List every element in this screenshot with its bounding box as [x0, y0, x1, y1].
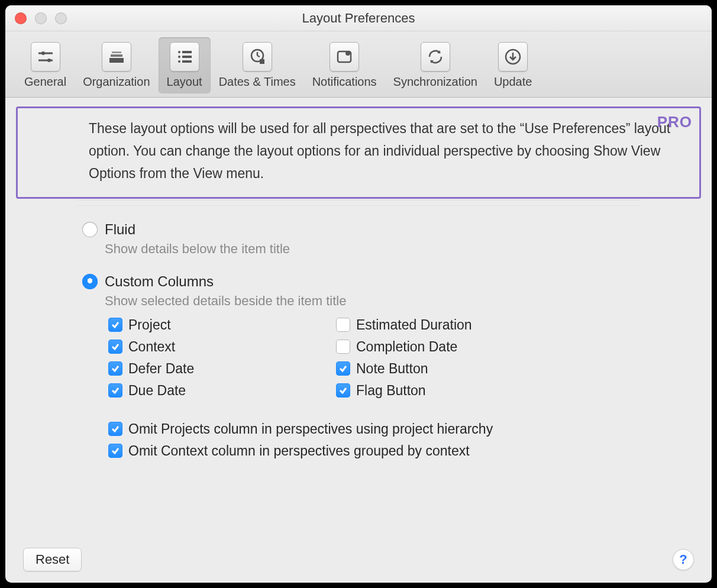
checkbox-icon: [336, 340, 350, 354]
checkbox-defer-date[interactable]: Defer Date: [108, 361, 330, 377]
reset-button[interactable]: Reset: [23, 548, 82, 571]
omit-checkboxes: Omit Projects column in perspectives usi…: [108, 421, 688, 459]
checkbox-project[interactable]: Project: [108, 317, 330, 333]
radio-icon: [82, 274, 98, 289]
zoom-icon[interactable]: [55, 12, 67, 24]
svg-point-3: [47, 59, 51, 62]
radio-desc: Show selected details beside the item ti…: [105, 293, 688, 309]
checkbox-icon: [336, 361, 350, 376]
minimize-icon[interactable]: [35, 12, 47, 24]
tab-label: Synchronization: [393, 75, 477, 89]
divider: [76, 200, 641, 206]
checkbox-label: Flag Button: [356, 383, 426, 399]
download-icon: [498, 42, 528, 72]
checkbox-label: Estimated Duration: [356, 317, 472, 333]
tab-synchronization[interactable]: Synchronization: [385, 37, 486, 93]
list-icon: [170, 42, 199, 72]
window-controls: [15, 12, 67, 24]
radio-icon: [82, 222, 98, 237]
svg-rect-6: [112, 51, 121, 53]
checkbox-estimated-duration[interactable]: Estimated Duration: [336, 317, 558, 333]
checkbox-note-button[interactable]: Note Button: [336, 361, 558, 377]
checkbox-completion-date[interactable]: Completion Date: [336, 339, 558, 355]
svg-rect-4: [109, 58, 124, 63]
svg-point-16: [345, 51, 350, 56]
tab-label: Notifications: [312, 75, 377, 89]
tab-organization[interactable]: Organization: [75, 37, 158, 93]
radio-label: Custom Columns: [105, 273, 214, 290]
help-button[interactable]: ?: [673, 549, 694, 570]
checkbox-label: Completion Date: [356, 339, 457, 355]
clock-icon: [243, 42, 272, 72]
checkbox-due-date[interactable]: Due Date: [108, 383, 330, 399]
svg-rect-5: [111, 54, 122, 57]
column-checkboxes: Project Estimated Duration Context Compl…: [108, 317, 558, 399]
tab-general[interactable]: General: [16, 37, 75, 93]
tab-dates-times[interactable]: Dates & Times: [211, 37, 304, 93]
checkbox-icon: [108, 444, 122, 458]
checkbox-icon: [108, 318, 122, 332]
checkbox-label: Omit Projects column in perspectives usi…: [128, 421, 493, 437]
radio-fluid[interactable]: Fluid: [82, 221, 688, 238]
stack-icon: [102, 42, 131, 72]
svg-point-7: [178, 51, 180, 53]
sliders-icon: [31, 42, 60, 72]
svg-point-9: [178, 56, 180, 58]
svg-rect-12: [182, 60, 192, 63]
tab-update[interactable]: Update: [486, 37, 541, 93]
checkbox-icon: [108, 383, 122, 398]
radio-custom-columns[interactable]: Custom Columns: [82, 273, 688, 290]
radio-label: Fluid: [105, 221, 135, 238]
notification-icon: [330, 42, 359, 72]
svg-rect-8: [182, 51, 192, 53]
tab-layout[interactable]: Layout: [159, 37, 211, 93]
checkbox-label: Context: [128, 339, 175, 355]
footer: Reset ?: [5, 537, 712, 583]
checkbox-icon: [108, 340, 122, 354]
svg-point-1: [41, 51, 45, 55]
info-callout: PRO These layout options will be used fo…: [16, 106, 701, 199]
tab-label: Organization: [83, 75, 150, 89]
checkbox-icon: [108, 422, 122, 436]
pro-badge: PRO: [657, 113, 692, 131]
tab-label: Layout: [167, 75, 202, 89]
sync-icon: [421, 42, 450, 72]
window-title: Layout Preferences: [5, 11, 712, 26]
titlebar: Layout Preferences: [5, 5, 712, 31]
svg-point-11: [178, 60, 180, 63]
radio-desc: Show details below the item title: [105, 241, 688, 257]
checkbox-omit-projects[interactable]: Omit Projects column in perspectives usi…: [108, 421, 688, 437]
tab-notifications[interactable]: Notifications: [304, 37, 385, 93]
checkbox-icon: [336, 318, 350, 332]
tab-label: Dates & Times: [219, 75, 296, 89]
svg-rect-10: [182, 56, 192, 58]
checkbox-label: Project: [128, 317, 171, 333]
content: PRO These layout options will be used fo…: [5, 106, 712, 459]
checkbox-context[interactable]: Context: [108, 339, 330, 355]
callout-text: These layout options will be used for al…: [89, 118, 686, 185]
toolbar: General Organization Layout Dates & Time…: [5, 31, 712, 98]
checkbox-omit-context[interactable]: Omit Context column in perspectives grou…: [108, 443, 688, 459]
checkbox-label: Omit Context column in perspectives grou…: [128, 443, 470, 459]
checkbox-label: Note Button: [356, 361, 428, 377]
checkbox-label: Defer Date: [128, 361, 194, 377]
svg-rect-14: [260, 59, 264, 64]
checkbox-flag-button[interactable]: Flag Button: [336, 383, 558, 399]
checkbox-label: Due Date: [128, 383, 186, 399]
close-icon[interactable]: [15, 12, 27, 24]
checkbox-icon: [336, 383, 350, 398]
layout-options: Fluid Show details below the item title …: [5, 206, 712, 459]
preferences-window: Layout Preferences General Organization …: [5, 5, 712, 583]
tab-label: General: [24, 75, 66, 89]
checkbox-icon: [108, 361, 122, 376]
tab-label: Update: [494, 75, 532, 89]
